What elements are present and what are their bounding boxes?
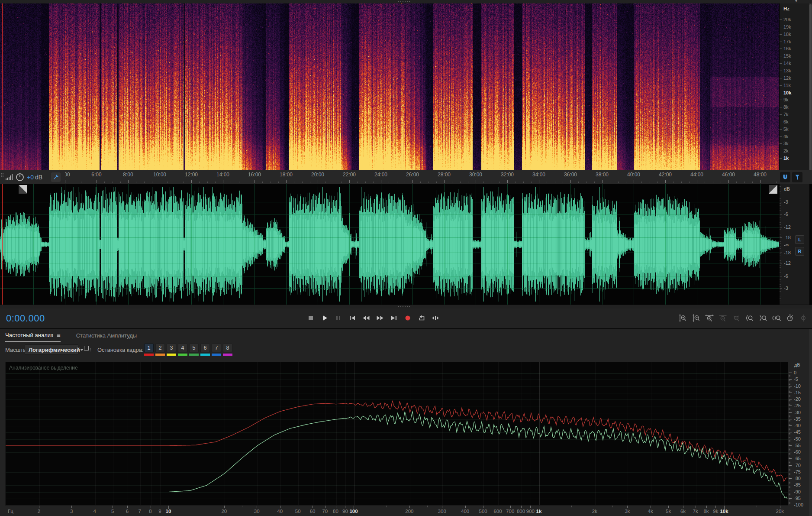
channel-right-button[interactable]: R	[795, 247, 804, 256]
frame-stop-number: 6	[200, 344, 210, 352]
amplitude-minor-tick	[780, 258, 781, 258]
snapshot-timer-button[interactable]	[785, 312, 795, 325]
gain-badge[interactable]: +0dB	[27, 174, 42, 181]
ruler-major-tick	[255, 180, 255, 183]
zoom-in-vertical-button[interactable]	[678, 312, 687, 325]
waveform-canvas[interactable]	[0, 184, 779, 305]
db-minor-tick	[789, 503, 790, 504]
frequency-tick	[780, 143, 782, 144]
drag-handle-icon[interactable]	[398, 1, 410, 2]
frequency-tick	[780, 27, 782, 27]
zoom-in-horizontal-button[interactable]	[705, 312, 714, 325]
amplitude-minor-tick	[780, 217, 781, 218]
play-button[interactable]	[319, 312, 330, 325]
level-meter-icon[interactable]	[5, 174, 13, 181]
frame-stop-button-8[interactable]: 8	[223, 344, 232, 356]
ruler-time-label: 18:00	[277, 172, 296, 178]
ruler-minor-tick	[271, 182, 271, 183]
db-minor-tick	[789, 418, 790, 418]
panel-gutter	[809, 329, 812, 516]
frequency-major-tick	[483, 506, 483, 508]
db-minor-tick	[789, 375, 790, 376]
playhead-waveform[interactable]	[2, 184, 3, 305]
skip-to-start-button[interactable]	[347, 312, 358, 325]
frame-stop-button-2[interactable]: 2	[155, 344, 165, 356]
frame-stop-button-4[interactable]: 4	[178, 344, 187, 356]
magnet-snap-button[interactable]	[780, 172, 790, 182]
db-tick-label: -55	[794, 443, 801, 448]
spectral-display: Hz 20k19k18k17k16k15k14k13k12k11k10k9k8k…	[0, 3, 812, 170]
frequency-axis-unit: Гц	[8, 509, 25, 514]
loop-playback-button[interactable]	[416, 312, 427, 325]
grip-icon[interactable]	[1, 173, 3, 177]
frequency-tick-label: 4k	[783, 134, 789, 139]
scale-dropdown[interactable]: Логарифмический	[25, 344, 78, 355]
amplitude-minor-tick	[780, 270, 781, 270]
db-minor-tick	[789, 476, 790, 476]
freeze-frame-buttons: 12345678	[144, 344, 232, 356]
db-tick-label: -90	[794, 490, 801, 494]
db-minor-tick	[789, 496, 790, 496]
ruler-minor-tick	[673, 182, 673, 183]
ruler-minor-tick	[278, 182, 279, 183]
time-display[interactable]: 0:00.000	[6, 313, 45, 324]
db-minor-tick	[789, 423, 790, 423]
tab-frequency-analysis[interactable]: Частотный анализ ≡	[5, 329, 61, 342]
frequency-tick	[780, 100, 782, 100]
spectrogram-canvas[interactable]	[0, 3, 779, 170]
copy-data-button[interactable]	[84, 346, 90, 352]
frequency-major-tick	[715, 506, 716, 508]
ruler-time-label: 14:00	[213, 172, 232, 178]
frame-stop-button-1[interactable]: 1	[144, 344, 154, 356]
db-minor-tick	[789, 435, 790, 435]
amplitude-minor-tick	[780, 251, 781, 251]
frequency-minor-tick	[612, 506, 613, 507]
amplitude-tick-label: -18	[784, 235, 791, 240]
panel-menu-arrow-icon[interactable]: ▼	[794, 0, 798, 3]
frequency-plot[interactable]: Анализированое выделение	[5, 362, 788, 506]
clock-icon[interactable]	[16, 173, 24, 182]
ruler-time-label: 30:00	[466, 172, 485, 178]
db-minor-tick	[789, 477, 790, 477]
playhead-spectral[interactable]	[2, 3, 3, 170]
zoom-out-full-button[interactable]	[731, 312, 741, 325]
zoom-out-vertical-button[interactable]	[691, 312, 701, 325]
db-minor-tick	[789, 396, 790, 397]
skip-to-end-button[interactable]	[389, 312, 399, 325]
hud-corner-right-icon[interactable]	[769, 185, 777, 194]
timeline-ruler[interactable]: 4:006:008:0010:0012:0014:0016:0018:0020:…	[0, 170, 812, 185]
zoom-out-horizontal-button[interactable]	[718, 312, 728, 325]
marker-button[interactable]	[792, 172, 802, 182]
tab-amplitude-statistics[interactable]: Статистика Амплитуды	[76, 329, 137, 342]
db-major-tick	[789, 439, 792, 439]
channel-left-button[interactable]: L	[795, 235, 804, 244]
drag-handle-icon[interactable]	[398, 306, 410, 307]
zoom-to-selection-button[interactable]	[772, 312, 781, 325]
ruler-major-tick	[97, 180, 97, 183]
pause-button[interactable]	[333, 312, 344, 325]
db-minor-tick	[789, 416, 790, 417]
amplitude-minor-tick	[780, 260, 781, 261]
frame-stop-button-5[interactable]: 5	[189, 344, 199, 356]
pin-button[interactable]	[51, 172, 61, 182]
fast-forward-button[interactable]	[375, 312, 385, 325]
frame-stop-button-6[interactable]: 6	[200, 344, 210, 356]
db-minor-tick	[789, 411, 790, 411]
frequency-plot-canvas[interactable]	[6, 362, 788, 505]
panel-menu-icon[interactable]: ≡	[57, 332, 61, 338]
zoom-reset-button[interactable]	[799, 312, 808, 325]
rewind-button[interactable]	[361, 312, 371, 325]
stop-button[interactable]	[306, 312, 316, 325]
hud-corner-left-icon[interactable]	[19, 185, 27, 194]
db-minor-tick	[789, 460, 790, 460]
loop-playback-icon	[417, 315, 426, 321]
frequency-tick-label: 19k	[783, 25, 791, 29]
frame-stop-button-3[interactable]: 3	[167, 344, 176, 356]
skip-selection-button[interactable]	[430, 312, 441, 325]
amplitude-minor-tick	[780, 222, 781, 223]
gain-unit: dB	[35, 174, 42, 181]
frame-stop-button-7[interactable]: 7	[212, 344, 221, 356]
record-button[interactable]	[403, 312, 413, 325]
zoom-to-out-point-button[interactable]	[758, 312, 768, 325]
zoom-to-in-point-button[interactable]	[745, 312, 754, 325]
